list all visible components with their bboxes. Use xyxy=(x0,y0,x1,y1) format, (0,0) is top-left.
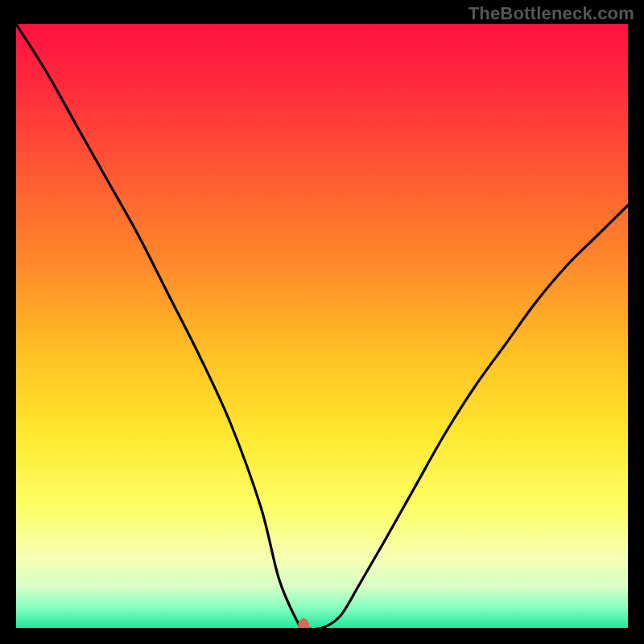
chart-frame: TheBottleneck.com xyxy=(0,0,644,644)
gradient-background xyxy=(16,24,628,628)
chart-svg xyxy=(16,24,628,628)
plot-area xyxy=(16,24,628,628)
watermark-text: TheBottleneck.com xyxy=(469,3,634,24)
